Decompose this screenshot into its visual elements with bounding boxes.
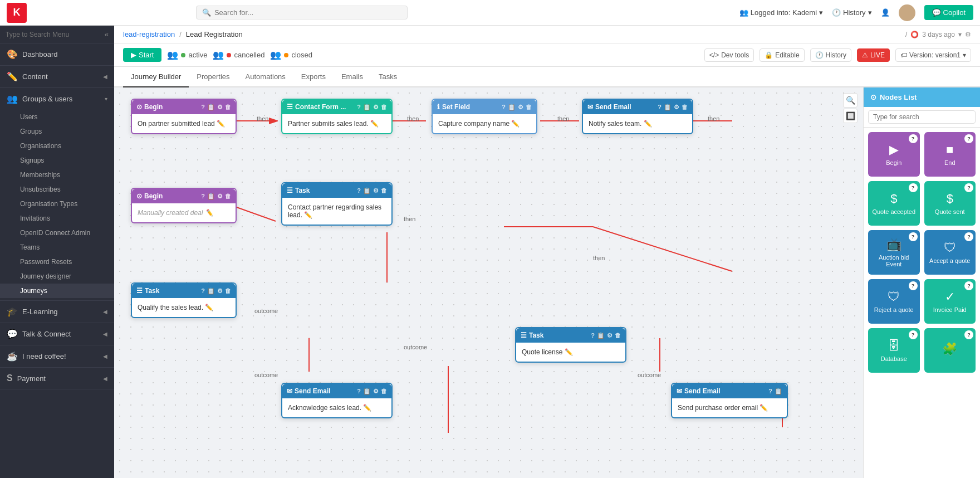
- sidebar-item-signups[interactable]: Signups: [0, 153, 114, 168]
- breadcrumb-chevron[interactable]: ▾: [958, 31, 962, 38]
- nodes-search-input[interactable]: [868, 110, 976, 124]
- user-menu[interactable]: 👤: [881, 8, 890, 17]
- tab-emails[interactable]: Emails: [334, 67, 371, 87]
- app-logo[interactable]: K: [7, 3, 27, 23]
- sidebar-item-teams[interactable]: Teams: [0, 240, 114, 255]
- delete-icon[interactable]: 🗑: [225, 104, 231, 111]
- sidebar-item-organisations[interactable]: Organisations: [0, 139, 114, 153]
- node-card-auction-bid[interactable]: ? 📺 Auction bid Event: [868, 230, 920, 275]
- node-card-reject-quote[interactable]: ? 🛡 Reject a quote: [868, 279, 920, 324]
- delete-icon[interactable]: 🗑: [682, 104, 688, 111]
- sidebar-item-invitations[interactable]: Invitations: [0, 211, 114, 226]
- sidebar-item-journeys[interactable]: Journeys: [0, 284, 114, 298]
- node-card-accept-quote[interactable]: ? 🛡 Accept a quote: [924, 230, 976, 275]
- settings-icon[interactable]: ⚙: [674, 104, 679, 111]
- sidebar-item-elearning[interactable]: 🎓 E-Learning ◀: [0, 301, 114, 323]
- sidebar-item-payment[interactable]: S Payment ◀: [0, 368, 114, 389]
- node-set-field-1[interactable]: ℹ Set Field ? 📋 ⚙ 🗑 Capture company name…: [432, 99, 537, 134]
- zoom-in-button[interactable]: 🔍: [843, 93, 857, 108]
- sidebar-item-journey-designer[interactable]: Journey designer: [0, 269, 114, 284]
- settings-icon[interactable]: ⚙: [373, 187, 379, 194]
- dev-tools-button[interactable]: </> Dev tools: [704, 48, 754, 62]
- help-icon[interactable]: ?: [768, 388, 772, 395]
- node-begin-2[interactable]: ⊙ Begin ? 📋 ⚙ 🗑 Manually created deal ✏️: [131, 188, 237, 223]
- node-card-database[interactable]: ? 🗄 Database: [868, 328, 920, 373]
- copy-icon[interactable]: 📋: [363, 104, 371, 111]
- help-icon[interactable]: ?: [591, 332, 595, 339]
- delete-icon[interactable]: 🗑: [225, 287, 231, 295]
- version-button[interactable]: 🏷 Version: version1 ▾: [895, 48, 971, 62]
- node-send-email-2[interactable]: ✉ Send Email ? 📋 ⚙ 🗑 Acknowledge sales l…: [281, 383, 393, 418]
- copilot-button[interactable]: 💬 Copilot: [924, 5, 973, 20]
- sidebar-item-talk[interactable]: 💬 Talk & Connect ◀: [0, 323, 114, 345]
- delete-icon[interactable]: 🗑: [526, 104, 532, 111]
- copy-icon[interactable]: 📋: [363, 187, 371, 194]
- sidebar-item-password-resets[interactable]: Password Resets: [0, 255, 114, 269]
- sidebar-item-unsubscribes[interactable]: Unsubscribes: [0, 182, 114, 197]
- node-contact-form-1[interactable]: ☰ Contact Form ... ? 📋 ⚙ 🗑 Partner submi…: [281, 99, 393, 134]
- tab-journey-builder[interactable]: Journey Builder: [123, 67, 189, 87]
- sidebar-item-groups-users[interactable]: 👥 Groups & users ▾: [0, 88, 114, 110]
- settings-icon[interactable]: ⚙: [373, 104, 379, 111]
- start-button[interactable]: ▶ Start: [123, 48, 161, 62]
- copy-icon[interactable]: 📋: [207, 104, 215, 111]
- help-icon[interactable]: ?: [357, 187, 361, 194]
- copy-icon[interactable]: 📋: [207, 287, 215, 295]
- journey-canvas[interactable]: ⊙ Begin ? 📋 ⚙ 🗑 On partner submitted lea…: [114, 87, 863, 478]
- node-card-invoice-paid[interactable]: ? ✓ Invoice Paid: [924, 279, 976, 324]
- node-task-quote[interactable]: ☰ Task ? 📋 ⚙ 🗑 Quote license ✏️: [515, 327, 626, 363]
- settings-icon[interactable]: ⚙: [518, 104, 523, 111]
- sidebar-item-users[interactable]: Users: [0, 110, 114, 124]
- help-icon[interactable]: ?: [201, 193, 205, 200]
- sidebar-item-content[interactable]: ✏️ Content ◀: [0, 66, 114, 87]
- settings-icon[interactable]: ⚙: [373, 388, 379, 395]
- tab-automations[interactable]: Automations: [238, 67, 293, 87]
- sidebar-item-groups[interactable]: Groups: [0, 124, 114, 139]
- global-search[interactable]: 🔍: [196, 6, 408, 19]
- settings-icon[interactable]: ⚙: [607, 332, 612, 339]
- help-icon[interactable]: ?: [201, 287, 205, 295]
- tab-properties[interactable]: Properties: [189, 67, 237, 87]
- sidebar-item-org-types[interactable]: Organisation Types: [0, 197, 114, 211]
- settings-icon[interactable]: ⚙: [217, 287, 223, 295]
- delete-icon[interactable]: 🗑: [381, 104, 387, 111]
- help-icon[interactable]: ?: [658, 104, 661, 111]
- sidebar-item-memberships[interactable]: Memberships: [0, 168, 114, 182]
- help-icon[interactable]: ?: [357, 388, 361, 395]
- delete-icon[interactable]: 🗑: [381, 187, 387, 194]
- live-button[interactable]: ⚠ LIVE: [857, 48, 890, 62]
- delete-icon[interactable]: 🗑: [381, 388, 387, 395]
- sidebar-item-coffee[interactable]: ☕ I need coffee! ◀: [0, 345, 114, 367]
- node-begin-1[interactable]: ⊙ Begin ? 📋 ⚙ 🗑 On partner submitted lea…: [131, 99, 237, 134]
- editable-button[interactable]: 🔒 Editable: [759, 48, 804, 62]
- node-card-quote-sent[interactable]: ? $ Quote sent: [924, 181, 976, 226]
- copy-icon[interactable]: 📋: [508, 104, 516, 111]
- node-card-puzzle[interactable]: ? 🧩: [924, 328, 976, 373]
- logged-into[interactable]: 👥 Logged into: Kademi ▾: [739, 8, 823, 17]
- node-card-quote-accepted[interactable]: ? $ Quote accepted: [868, 181, 920, 226]
- delete-icon[interactable]: 🗑: [615, 332, 621, 339]
- history-button[interactable]: 🕐 History: [810, 48, 851, 62]
- search-input[interactable]: [214, 8, 401, 17]
- avatar[interactable]: [899, 4, 915, 21]
- sidebar-item-openid[interactable]: OpenID Connect Admin: [0, 226, 114, 240]
- node-send-email-1[interactable]: ✉ Send Email ? 📋 ⚙ 🗑 Notify sales team. …: [582, 99, 693, 134]
- tab-tasks[interactable]: Tasks: [371, 67, 405, 87]
- node-task-2[interactable]: ☰ Task ? 📋 ⚙ 🗑 Qualify the sales lead. ✏…: [131, 282, 237, 318]
- sidebar-collapse-btn[interactable]: «: [105, 30, 109, 38]
- breadcrumb-link[interactable]: lead-registration: [123, 30, 175, 38]
- copy-icon[interactable]: 📋: [207, 193, 215, 200]
- copy-icon[interactable]: 📋: [664, 104, 672, 111]
- settings-icon[interactable]: ⚙: [217, 104, 223, 111]
- breadcrumb-settings[interactable]: ⚙: [965, 31, 971, 38]
- copy-icon[interactable]: 📋: [775, 388, 782, 395]
- help-icon[interactable]: ?: [201, 104, 205, 111]
- node-send-email-3[interactable]: ✉ Send Email ? 📋 Send purchase order ema…: [671, 383, 788, 418]
- copy-icon[interactable]: 📋: [363, 388, 371, 395]
- delete-icon[interactable]: 🗑: [225, 193, 231, 200]
- node-card-begin[interactable]: ? ▶ Begin: [868, 132, 920, 177]
- node-task-1[interactable]: ☰ Task ? 📋 ⚙ 🗑 Contact partner regarding…: [281, 182, 393, 226]
- sidebar-search-input[interactable]: [6, 31, 101, 38]
- copy-icon[interactable]: 📋: [597, 332, 605, 339]
- sidebar-item-dashboard[interactable]: 🎨 Dashboard: [0, 43, 114, 65]
